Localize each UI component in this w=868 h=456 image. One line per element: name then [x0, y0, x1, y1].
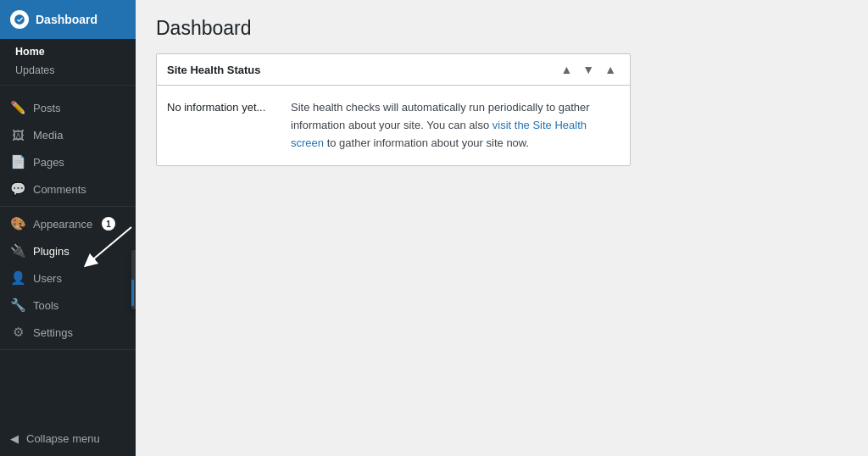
sidebar-footer: ◀ Collapse menu	[0, 421, 136, 456]
sidebar-item-plugins[interactable]: 🔌 Plugins	[0, 237, 136, 264]
sidebar-item-comments[interactable]: 💬 Comments	[0, 175, 136, 203]
sidebar-header: Dashboard	[0, 0, 136, 39]
widget-title: Site Health Status	[167, 64, 261, 76]
sidebar-nav: ✏️ Posts 🖼 Media 📄 Pages 💬 Comments 🎨 Ap…	[0, 89, 136, 359]
sidebar-divider-2	[0, 206, 136, 207]
appearance-badge: 1	[102, 217, 115, 231]
sidebar-item-label: Users	[33, 272, 62, 285]
sidebar-item-users[interactable]: 👤 Users	[0, 264, 136, 292]
collapse-icon: ◀	[10, 432, 19, 445]
page-title: Dashboard	[156, 17, 848, 40]
widget-controls: ▲ ▼ ▲	[557, 61, 620, 78]
appearance-icon: 🎨	[10, 216, 25, 231]
sidebar-item-label: Posts	[33, 102, 61, 114]
sidebar-item-posts[interactable]: ✏️ Posts	[0, 94, 136, 121]
sidebar-item-pages[interactable]: 📄 Pages	[0, 148, 136, 175]
posts-icon: ✏️	[10, 100, 25, 115]
users-icon: 👤	[10, 270, 25, 286]
widget-close-button[interactable]: ▲	[601, 61, 620, 78]
main-content: Dashboard Site Health Status ▲ ▼ ▲ No in…	[136, 0, 868, 456]
sidebar-item-label: Settings	[33, 326, 73, 339]
widget-collapse-down-button[interactable]: ▼	[579, 61, 598, 78]
widget-collapse-up-button[interactable]: ▲	[557, 61, 576, 78]
flyout-installed-plugins[interactable]: Installed Plugins	[131, 253, 136, 280]
flyout-add-new-plugin[interactable]: Add New Plugin	[131, 280, 136, 306]
settings-icon: ⚙	[10, 325, 25, 340]
sidebar-item-label: Pages	[33, 156, 64, 169]
wordpress-icon	[10, 10, 29, 29]
sidebar-title: Dashboard	[36, 13, 97, 26]
collapse-menu-label: Collapse menu	[26, 432, 100, 445]
sidebar-item-appearance[interactable]: 🎨 Appearance 1	[0, 210, 136, 237]
sidebar-item-label: Comments	[33, 183, 86, 196]
widget-description-end: to gather information about your site no…	[324, 136, 529, 149]
comments-icon: 💬	[10, 181, 25, 197]
sidebar-item-label: Plugins	[33, 245, 70, 258]
widget-no-info-text: No information yet...	[167, 99, 277, 114]
widget-description: Site health checks will automatically ru…	[291, 99, 620, 152]
plugin-flyout-menu: Installed Plugins Add New Plugin	[131, 250, 136, 309]
pages-icon: 📄	[10, 154, 25, 170]
sidebar-item-label: Appearance	[33, 218, 92, 231]
sidebar-link-home[interactable]: Home	[0, 42, 136, 61]
sidebar-top-links: Home Updates	[0, 39, 136, 81]
sidebar-item-settings[interactable]: ⚙ Settings	[0, 319, 136, 346]
sidebar-item-tools[interactable]: 🔧 Tools	[0, 292, 136, 319]
tools-icon: 🔧	[10, 298, 25, 313]
sidebar-item-label: Tools	[33, 299, 58, 312]
sidebar: Dashboard Home Updates ✏️ Posts 🖼 Media …	[0, 0, 136, 456]
media-icon: 🖼	[10, 127, 25, 142]
sidebar-item-media[interactable]: 🖼 Media	[0, 121, 136, 148]
widget-body: No information yet... Site health checks…	[157, 86, 630, 165]
sidebar-divider-1	[0, 85, 136, 86]
sidebar-link-updates[interactable]: Updates	[0, 61, 136, 80]
widget-header: Site Health Status ▲ ▼ ▲	[157, 54, 630, 86]
sidebar-divider-3	[0, 349, 136, 350]
site-health-widget: Site Health Status ▲ ▼ ▲ No information …	[156, 53, 631, 166]
plugins-icon: 🔌	[10, 243, 25, 259]
collapse-menu-button[interactable]: ◀ Collapse menu	[0, 426, 136, 451]
sidebar-item-label: Media	[33, 129, 63, 142]
